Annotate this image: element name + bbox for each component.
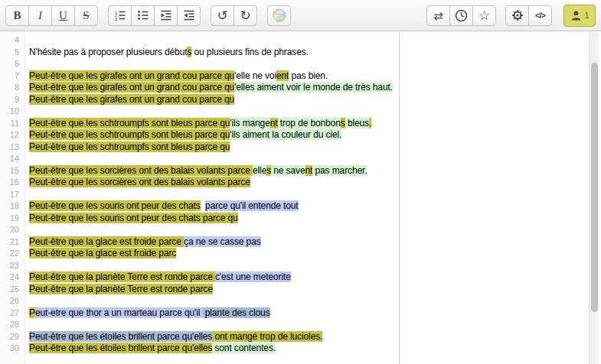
undo-button[interactable]: ↺ <box>211 5 234 26</box>
editor-line[interactable]: Peut-être que les schtroumpfs sont bleus… <box>29 141 399 154</box>
editor-line[interactable] <box>29 153 399 165</box>
editor-line[interactable] <box>29 106 399 118</box>
editor-lines[interactable]: N'hésite pas à proposer plusieurs débuts… <box>25 32 399 364</box>
text-segment: Peut-être que les schtroumpfs sont bleus… <box>29 118 230 128</box>
star-icon: ☆ <box>479 9 490 22</box>
import-export-button[interactable]: ⇄ <box>426 5 450 26</box>
indent-button[interactable] <box>154 5 178 26</box>
line-number: 5 <box>0 47 24 59</box>
redo-button[interactable]: ↻ <box>234 5 257 26</box>
editor-line[interactable]: Peut-être que la glace est froide parc <box>29 248 399 260</box>
line-number: 14 <box>0 153 24 165</box>
editor-line[interactable]: Peut-être que les souris ont peur des ch… <box>29 200 399 213</box>
format-button-group: B I U S <box>5 5 98 26</box>
strikethrough-button[interactable]: S <box>74 5 98 26</box>
editor-line[interactable]: Peut-être que la planète Terre est ronde… <box>29 271 399 284</box>
line-number: 18 <box>0 200 24 213</box>
text-segment: 'ils mange <box>230 118 269 128</box>
editor-line[interactable]: N'hésite pas à proposer plusieurs débuts… <box>29 47 399 59</box>
editor-line[interactable]: Peut-être que les schtroumpfs sont bleus… <box>29 129 399 141</box>
editor-line[interactable]: Peut-être que la glace est froide parce … <box>29 236 399 249</box>
editor-line[interactable]: Peut-etre que thor a un marteau parce qu… <box>29 307 399 320</box>
text-segment: Peut-être que la planète Terre est ronde… <box>29 271 215 282</box>
line-number: 6 <box>0 58 24 70</box>
editor-line[interactable] <box>29 58 399 70</box>
editor-line[interactable]: Peut-être que les schtroumpfs sont bleus… <box>29 118 399 130</box>
text-segment: N'hésite pas à proposer plusieurs début <box>29 47 187 57</box>
line-number: 25 <box>0 284 24 296</box>
timeslider-button[interactable] <box>449 5 473 26</box>
text-segment: elle <box>253 165 266 176</box>
list-indent-button-group: 1 2 3 <box>108 5 201 26</box>
editor-line[interactable] <box>29 189 399 201</box>
text-segment: sont contentes. <box>212 343 276 353</box>
line-number: 10 <box>0 106 24 118</box>
editor-line[interactable]: Peut-être que les sorcières ont des bala… <box>29 165 399 177</box>
unordered-list-button[interactable] <box>131 5 155 26</box>
bold-button[interactable]: B <box>5 5 29 26</box>
editor-line[interactable]: Peut-être que la planète Terre est ronde… <box>29 284 399 296</box>
text-segment: P <box>29 307 35 318</box>
settings-button[interactable] <box>505 5 529 26</box>
editor-line[interactable] <box>29 319 399 331</box>
vertical-scrollbar-thumb[interactable] <box>591 63 598 312</box>
vertical-scrollbar-track[interactable] <box>589 32 599 364</box>
line-number: 16 <box>0 177 24 189</box>
text-segment: Peut-être que la planète Terre est ronde… <box>29 284 213 294</box>
editor-line[interactable]: Peut-être que les sorcières ont des bala… <box>29 177 399 189</box>
authorship-button-group <box>267 5 291 26</box>
editor-line[interactable]: Peut-être que les girafes ont un grand c… <box>29 94 399 106</box>
editor-line[interactable] <box>29 34 399 47</box>
editor-line[interactable] <box>29 260 399 272</box>
text-segment: Peut-être que la glace est froide parc <box>29 248 176 258</box>
text-segment: 'elle ne voi <box>234 70 276 81</box>
text-segment: Peut-être que les étoiles brillent parce… <box>29 343 212 353</box>
line-number: 29 <box>0 331 24 343</box>
text-segment: nt <box>305 165 313 176</box>
editor-line[interactable] <box>29 295 399 307</box>
show-users-button[interactable]: 1 <box>563 5 596 27</box>
editor-line[interactable]: Peut-être que les girafes ont un grand c… <box>29 82 399 94</box>
ordered-list-button[interactable]: 1 2 3 <box>108 5 132 26</box>
underline-button[interactable]: U <box>51 5 75 26</box>
outdent-icon <box>183 9 195 21</box>
gear-icon <box>511 9 524 21</box>
line-number: 21 <box>0 236 24 249</box>
text-segment: ou plusieurs fins de phrases. <box>191 47 309 57</box>
save-revision-button[interactable]: ☆ <box>472 5 496 26</box>
settings-button-group: </> <box>505 5 552 26</box>
line-number: 28 <box>0 319 24 331</box>
editor-line[interactable]: Peut-être que les étoiles brillent parce… <box>29 331 399 343</box>
pad-editor[interactable]: 4567891011121314151617181920212223242526… <box>0 32 400 364</box>
text-segment: pas bien. <box>289 70 328 81</box>
import-export-icon: ⇄ <box>433 10 443 21</box>
text-segment: ça ne se casse pas <box>184 236 261 247</box>
text-segment: 'ils aiment la couleur du ciel. <box>230 129 341 140</box>
editor-line[interactable]: Peut-être que les souris ont peur des ch… <box>29 213 399 225</box>
text-segment: 'elles aiment voir le monde de très haut… <box>234 82 393 93</box>
text-segment: trop de bonbon <box>278 118 341 128</box>
toolbar: B I U S 1 2 3 <box>0 0 601 31</box>
text-segment: Peut-être que la glace est froide parce <box>29 236 184 247</box>
text-segment: Peut-être que les girafes ont un grand c… <box>29 82 234 93</box>
text-segment: nt <box>270 118 278 128</box>
underline-icon: U <box>59 9 67 22</box>
outdent-button[interactable] <box>177 5 201 26</box>
text-segment: Peut-être que les souris ont peur des ch… <box>29 213 238 223</box>
clock-icon <box>455 9 468 22</box>
embed-button[interactable]: </> <box>528 5 552 26</box>
ordered-list-icon: 1 2 3 <box>114 9 126 21</box>
text-segment: Peut-être que les schtroumpfs sont bleus… <box>29 141 230 152</box>
clear-authorship-button[interactable] <box>267 5 291 26</box>
editor-line[interactable]: Peut-être que les girafes ont un grand c… <box>29 70 399 83</box>
editor-line[interactable]: Peut-être que les étoiles brillent parce… <box>29 343 399 355</box>
editor-line[interactable] <box>29 224 399 236</box>
text-segment: Peut-être que les sorcières ont des bala… <box>29 165 253 176</box>
embed-code-icon: </> <box>535 11 545 20</box>
italic-icon: I <box>38 9 42 22</box>
line-number: 22 <box>0 248 24 260</box>
italic-button[interactable]: I <box>28 5 52 26</box>
line-number: 20 <box>0 224 24 236</box>
line-number: 11 <box>0 118 24 130</box>
text-segment: ent <box>276 70 289 81</box>
